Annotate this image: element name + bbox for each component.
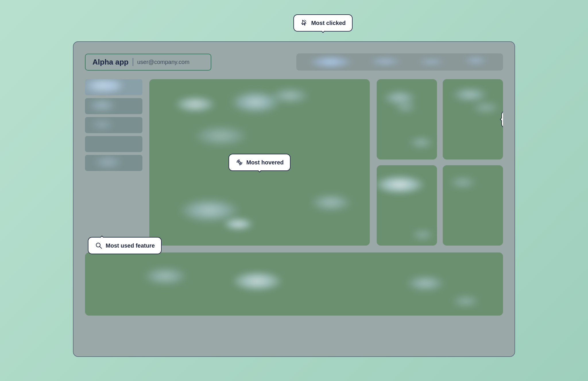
svg-line-1 (100, 246, 102, 248)
center-panel[interactable]: Most hovered (149, 79, 370, 246)
sidebar-item[interactable] (85, 117, 142, 133)
tooltip-most-clicked: Most clicked (293, 14, 353, 32)
sidebar-item[interactable] (85, 98, 142, 114)
cursor-click-icon (300, 19, 308, 27)
main-content: Most used feature Most ho (85, 79, 503, 246)
right-top-row: Click error (377, 79, 503, 160)
app-header: Alpha app user@company.com (85, 53, 503, 71)
tooltip-most-hovered: Most hovered (229, 154, 291, 171)
sidebar-item[interactable] (85, 155, 142, 171)
sidebar: Most used feature (85, 79, 142, 246)
most-hovered-label: Most hovered (246, 159, 284, 166)
right-block-tl[interactable] (377, 79, 437, 160)
search-icon (95, 242, 103, 250)
right-column: Click error (377, 79, 503, 246)
sidebar-item[interactable] (85, 136, 142, 152)
right-block-tr[interactable]: Click error (443, 79, 503, 160)
blob (463, 55, 489, 66)
right-block-bl[interactable] (377, 165, 437, 246)
app-email: user@company.com (137, 59, 189, 65)
blob (368, 56, 403, 67)
tooltip-click-error: Click error (501, 111, 503, 128)
tooltip-most-used: Most used feature (88, 237, 162, 254)
radio-icon (235, 158, 243, 166)
header-nav (296, 53, 503, 71)
sidebar-item[interactable] (85, 79, 142, 95)
svg-point-2 (239, 162, 240, 163)
right-bottom-row (377, 165, 503, 246)
blob (417, 57, 446, 67)
bottom-panel[interactable] (85, 252, 503, 316)
app-name: Alpha app (92, 58, 129, 67)
app-title-box: Alpha app user@company.com (85, 54, 211, 71)
title-divider (133, 58, 133, 66)
right-block-br[interactable] (443, 165, 503, 246)
most-clicked-label: Most clicked (311, 20, 346, 26)
blob (308, 55, 354, 69)
most-used-label: Most used feature (106, 242, 155, 249)
app-window: Alpha app user@company.com (73, 41, 515, 357)
